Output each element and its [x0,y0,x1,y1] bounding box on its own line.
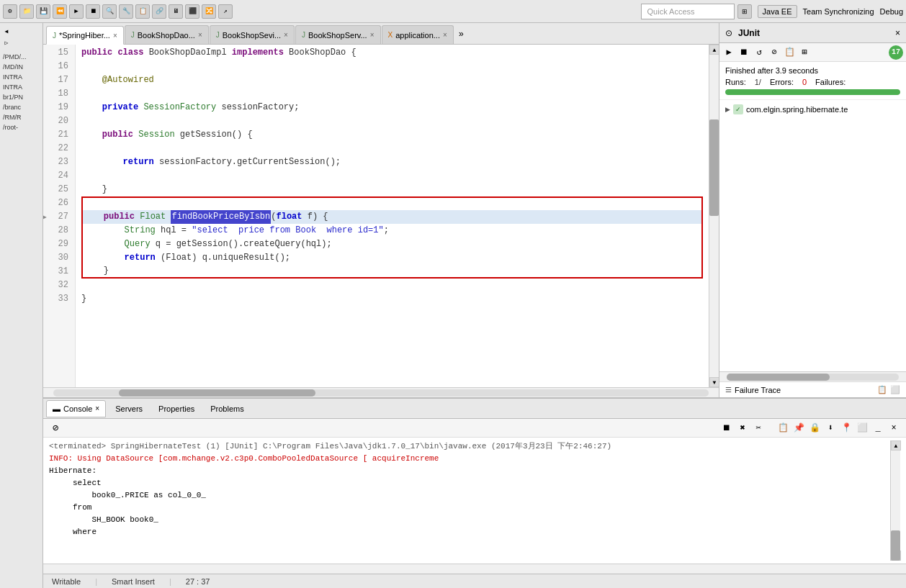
console-pin-icon[interactable]: 📍 [840,422,853,435]
console-tab-label: Console [63,404,92,413]
failure-trace-copy-icon[interactable]: 📋 [877,385,887,394]
sidebar-item-pmd[interactable]: /PMD/... [1,52,41,62]
hscroll-thumb[interactable] [119,389,315,397]
console-tab-close[interactable]: × [95,404,99,412]
toolbar-icon-8[interactable]: 🔧 [119,4,133,19]
console-clear-icon[interactable]: ⊘ [49,422,62,435]
test-class-icon: ✓ [733,104,743,114]
console-tab-servers[interactable]: Servers [109,400,149,417]
toolbar-icon-14[interactable]: ↗ [218,4,233,19]
line-numbers: 15 16 17 18 19 20 21 22 23 24 25 26 [43,45,76,387]
console-paste-icon[interactable]: 📌 [792,422,805,435]
tab-close-4[interactable]: × [370,31,374,39]
hscroll-track[interactable] [53,389,709,397]
code-line-22 [81,142,703,155]
failure-trace-icon: ☰ [725,386,732,394]
tab-close-3[interactable]: × [284,31,288,39]
junit-hscroll-track[interactable] [727,374,899,381]
scroll-up-btn[interactable]: ▲ [709,45,719,55]
toolbar-icon-6[interactable]: ⏹ [86,4,100,19]
console-tab-console[interactable]: ▬ Console × [46,400,106,417]
xml-file-icon: X [388,31,393,39]
junit-stop-icon[interactable]: ⏹ [737,46,750,59]
console-remove-icon[interactable]: ✂ [752,422,765,435]
console-maximize-icon[interactable]: ⬜ [856,422,869,435]
code-editor: 15 16 17 18 19 20 21 22 23 24 25 26 [43,45,719,387]
console-scroll-track[interactable] [891,451,900,551]
perspectives-icon[interactable]: ⊞ [737,4,752,19]
tab-bookshop-serv[interactable]: J BookShopServ... × [295,25,381,44]
console-minimize-icon[interactable]: _ [871,422,884,435]
toolbar-icon-2[interactable]: 📁 [19,4,34,19]
toolbar-icon-11[interactable]: 🖥 [169,4,183,19]
failures-label: Failures: [815,78,846,86]
junit-hscroll-thumb[interactable] [727,374,830,381]
toolbar-icon-13[interactable]: 🔀 [202,4,216,19]
ln-18: 18 [43,87,71,101]
tab-application[interactable]: X application... × [382,25,454,44]
console-line-5: where [49,526,890,538]
sidebar-toggle[interactable]: ◀ [1,26,12,36]
junit-tree-item[interactable]: ▶ ✓ com.elgin.spring.hibernate.te [722,103,903,116]
junit-filter-icon[interactable]: ⊘ [768,46,781,59]
scroll-track[interactable] [709,55,719,377]
ln-31: 31 [43,265,71,279]
console-scroll-up-btn[interactable]: ▲ [891,440,901,451]
console-terminate-icon[interactable]: ✖ [736,422,749,435]
junit-history-icon[interactable]: 📋 [783,46,796,59]
tab-close-5[interactable]: × [443,31,447,39]
toolbar-icon-1[interactable]: ⚙ [3,4,17,19]
console-scroll-end-icon[interactable]: ⬇ [824,422,837,435]
tab-overflow-btn[interactable]: » [454,25,468,44]
console-toolbar: ⊘ ⏹ ✖ ✂ 📋 📌 🔒 ⬇ 📍 ⬜ _ × [43,419,906,438]
sidebar-item-intra2[interactable]: INTRA [1,82,41,92]
console-hscroll[interactable] [43,564,906,574]
code-content[interactable]: public class BookShopDaoImpl implements … [76,45,709,387]
scroll-down-btn[interactable]: ▼ [709,377,719,387]
scroll-thumb[interactable] [709,119,719,216]
toolbar-icon-3[interactable]: 💾 [36,4,50,19]
tab-bookshop-sevi[interactable]: J BookShopSevi... × [210,25,295,44]
tab-spring-hib[interactable]: J *SpringHiber... × [46,26,124,45]
sidebar-item-branch[interactable]: /branc [1,102,41,112]
toolbar-icon-10[interactable]: 🔗 [152,4,166,19]
sidebar-item-root[interactable]: /root- [1,122,41,132]
console-scroll-lock-icon[interactable]: 🔒 [808,422,821,435]
sidebar-item-rm[interactable]: /RM/R [1,112,41,122]
tree-arrow-icon: ▶ [725,106,730,113]
console-stop-icon[interactable]: ⏹ [720,422,733,435]
console-tab-properties-label: Properties [158,404,194,413]
editor-vscrollbar[interactable]: ▲ ▼ [709,45,719,387]
toolbar-icon-12[interactable]: ⬛ [185,4,199,19]
java-ee-button[interactable]: Java EE [758,5,797,18]
sidebar-item-md[interactable]: /MD/IN [1,62,41,72]
tab-bookshop-dao[interactable]: J BookShopDao... × [125,25,209,44]
tab-close-2[interactable]: × [198,31,202,39]
failure-trace-expand-icon[interactable]: ⬜ [890,385,900,394]
junit-hscroll-area[interactable] [719,371,906,381]
console-vscrollbar[interactable]: ▲ ▼ [890,440,900,561]
console-tab-problems[interactable]: Problems [204,400,250,417]
code-line-32 [81,279,703,292]
sidebar-item-br1[interactable]: br1/PN [1,92,41,102]
status-bar: Writable | Smart Insert | 27 : 37 [43,574,906,588]
toolbar-icon-5[interactable]: ▶ [69,4,84,19]
junit-run-icon[interactable]: ▶ [722,46,735,59]
junit-rerun-icon[interactable]: ↺ [753,46,766,59]
console-copy-icon[interactable]: 📋 [776,422,789,435]
toolbar-icon-7[interactable]: 🔍 [102,4,117,19]
toolbar-icon-9[interactable]: 📋 [135,4,150,19]
junit-layout-icon[interactable]: ⊞ [798,46,811,59]
toolbar-icon-4[interactable]: ⏪ [53,4,67,19]
console-tab-properties[interactable]: Properties [152,400,201,417]
junit-close-icon[interactable]: × [895,28,900,38]
console-close-icon[interactable]: × [887,422,900,435]
java-file-icon: J [53,32,56,40]
tab-close-1[interactable]: × [113,32,117,40]
editor-hscroll[interactable] [43,387,719,397]
code-line-27: public Float findBookPriceByIsbn(float f… [81,210,703,224]
console-scroll-thumb[interactable] [891,530,900,561]
sidebar-item-intra1[interactable]: INTRA [1,72,41,82]
sidebar-toggle2[interactable]: ▷ [1,37,12,48]
quick-access-input[interactable]: Quick Access [641,4,735,19]
